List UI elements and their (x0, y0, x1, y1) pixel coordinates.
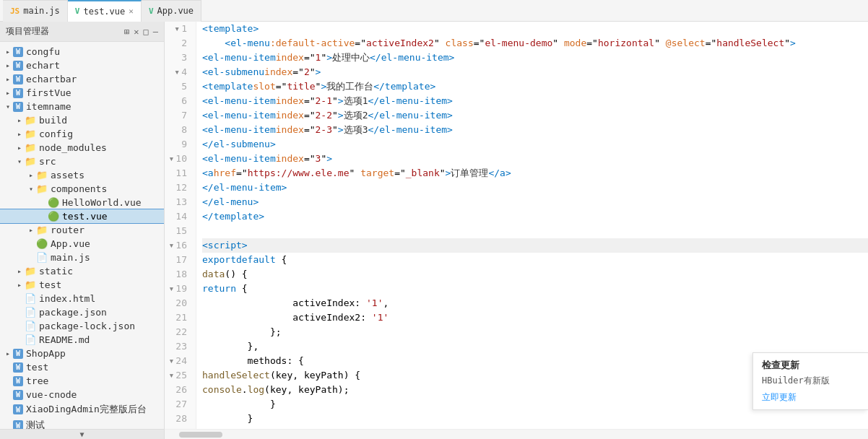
tree-item-label: package-lock.json (39, 321, 135, 331)
code-line-6: <el-menu-item index="2-1">选项1</el-menu-i… (202, 94, 868, 108)
sidebar-item-assets[interactable]: ▸📁assets (0, 168, 164, 182)
tab-app-vue[interactable]: V App.vue (142, 0, 201, 22)
line-numbers: ▾123▾456789▾101112131415▾161718▾19202122… (165, 22, 196, 429)
tree-item-label: test (26, 362, 48, 373)
line-number-11: 11 (165, 166, 190, 181)
line-number-15: 15 (165, 224, 190, 238)
line-number-24: ▾24 (165, 354, 190, 368)
tree-item-label: echartbar (26, 74, 77, 84)
sidebar-header: 项目管理器 ⊞ ✕ □ — (0, 22, 164, 42)
sidebar-item-ShopApp[interactable]: ▸WShopApp (0, 347, 164, 360)
sidebar-item-XiaoDingAdmin[interactable]: WXiaoDingAdmin完整版后台 (0, 401, 164, 417)
tab-main-js[interactable]: JS main.js (3, 0, 68, 22)
sidebar-item-echart[interactable]: ▸Wechart (0, 58, 164, 72)
sidebar-item-components[interactable]: ▾📁components (0, 182, 164, 196)
sidebar-icon-close[interactable]: ✕ (134, 27, 139, 37)
code-line-14: </template> (202, 209, 868, 224)
chevron-down-icon: ▾ (26, 185, 36, 193)
sidebar-item-index.html[interactable]: 📄index.html (0, 292, 164, 305)
notification-link[interactable]: 立即更新 (762, 392, 797, 402)
w-icon: W (13, 362, 23, 373)
line-number-12: 12 (165, 181, 190, 195)
sidebar-item-router[interactable]: ▸📁router (0, 223, 164, 237)
chevron-right-icon: ▸ (14, 267, 25, 275)
js-file-icon: 📄 (36, 252, 48, 263)
sidebar-item-package.json[interactable]: 📄package.json (0, 305, 164, 319)
sidebar-item-README.md[interactable]: 📄README.md (0, 333, 164, 347)
w-icon: W (13, 102, 23, 112)
line-number-13: 13 (165, 195, 190, 209)
folder-icon: 📁 (25, 115, 36, 126)
fold-icon[interactable]: ▾ (169, 282, 175, 296)
tree-item-label: HelloWorld.vue (62, 197, 142, 208)
sidebar-item-build[interactable]: ▸📁build (0, 113, 164, 127)
line-number-18: 18 (165, 267, 190, 282)
code-line-17: export default { (202, 253, 868, 267)
close-icon[interactable]: ✕ (129, 6, 134, 16)
sidebar-item-echartbar[interactable]: ▸Wechartbar (0, 72, 164, 86)
tree-item-label: echart (26, 60, 60, 71)
code-line-8: <el-menu-item index="2-3">选项3</el-menu-i… (202, 123, 868, 137)
chevron-right-icon: ▸ (3, 349, 13, 357)
fold-icon[interactable]: ▾ (174, 65, 180, 79)
code-line-23: }, (202, 339, 868, 354)
sidebar-title: 项目管理器 (6, 25, 49, 38)
sidebar-item-main.js[interactable]: 📄main.js (0, 251, 164, 264)
sidebar-item-static[interactable]: ▸📁static (0, 264, 164, 278)
fold-icon[interactable]: ▾ (169, 238, 175, 253)
chevron-right-icon: ▸ (26, 171, 36, 179)
line-number-22: 22 (165, 325, 190, 339)
sidebar-icon-maximize[interactable]: □ (144, 27, 149, 37)
fold-icon[interactable]: ▾ (174, 22, 180, 36)
fold-icon[interactable]: ▾ (169, 354, 175, 368)
chevron-right-icon: ▸ (14, 281, 25, 289)
sidebar-scroll-down[interactable]: ▼ (0, 429, 164, 439)
fold-icon[interactable]: ▾ (169, 152, 175, 166)
line-number-26: 26 (165, 383, 190, 397)
vue-icon: V (149, 6, 154, 16)
tree-item-label: README.md (39, 334, 90, 345)
sidebar-item-测试[interactable]: W测试 (0, 417, 164, 429)
sidebar-item-config[interactable]: ▸📁config (0, 127, 164, 141)
sidebar-item-tree[interactable]: Wtree (0, 374, 164, 388)
tree-item-label: 测试 (26, 419, 45, 429)
vue-file-icon: 🟢 (48, 197, 59, 208)
sidebar-icon-minimize[interactable]: — (153, 27, 158, 37)
sidebar-item-src[interactable]: ▾📁src (0, 155, 164, 168)
chevron-right-icon: ▸ (3, 89, 13, 97)
sidebar-item-test.vue[interactable]: 🟢test.vue (0, 209, 164, 223)
tree-item-label: vue-cnode (26, 389, 77, 400)
chevron-right-icon: ▸ (14, 116, 25, 124)
line-number-16: ▾16 (165, 238, 190, 253)
tree-item-label: components (51, 183, 107, 194)
sidebar-item-App.vue[interactable]: 🟢App.vue (0, 237, 164, 251)
tree-item-label: test.vue (62, 211, 108, 222)
sidebar-item-test-folder[interactable]: ▸📁test (0, 278, 164, 292)
sidebar-item-test-root[interactable]: Wtest (0, 360, 164, 374)
line-number-17: 17 (165, 253, 190, 267)
sidebar-item-HelloWorld.vue[interactable]: 🟢HelloWorld.vue (0, 196, 164, 209)
folder-icon: 📁 (25, 156, 36, 167)
tree-item-label: config (39, 129, 73, 139)
code-line-5: <template slot="title">我的工作台</template> (202, 79, 868, 94)
line-number-7: 7 (165, 108, 190, 123)
editor-scrollbar[interactable] (165, 429, 868, 439)
code-line-22: }; (202, 325, 868, 339)
sidebar-item-node_modules[interactable]: ▸📁node_modules (0, 141, 164, 155)
json-file-icon: 📄 (25, 307, 36, 318)
sidebar-icon-tiles[interactable]: ⊞ (124, 27, 129, 37)
line-number-23: 23 (165, 339, 190, 354)
line-number-4: ▾4 (165, 65, 190, 79)
tab-test-vue[interactable]: V test.vue ✕ (68, 0, 142, 22)
folder-icon: 📁 (25, 279, 36, 290)
code-line-4: <el-submenu index="2"> (202, 65, 868, 79)
line-number-9: 9 (165, 137, 190, 152)
sidebar-item-package-lock.json[interactable]: 📄package-lock.json (0, 319, 164, 333)
sidebar-item-congfu[interactable]: ▸Wcongfu (0, 45, 164, 58)
sidebar-item-firstVue[interactable]: ▸WfirstVue (0, 86, 164, 100)
fold-icon[interactable]: ▾ (169, 368, 175, 383)
sidebar-item-vue-cnode[interactable]: Wvue-cnode (0, 388, 164, 401)
tree-item-label: main.js (51, 252, 90, 263)
w-icon: W (13, 88, 23, 98)
sidebar-item-itemname[interactable]: ▾Witemname (0, 100, 164, 113)
